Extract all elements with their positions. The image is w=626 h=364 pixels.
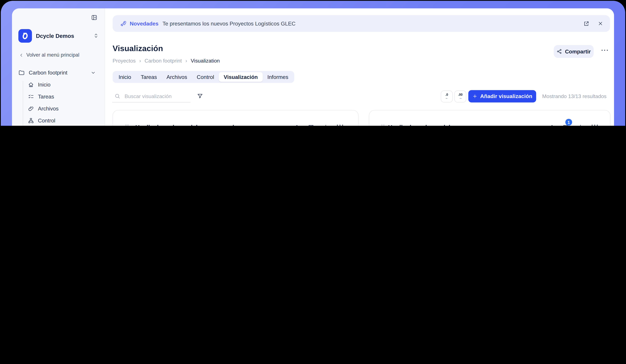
edit-icon[interactable]: [293, 124, 299, 126]
main-content: Novedades Te presentamos los nuevos Proy…: [105, 8, 614, 126]
external-link-icon[interactable]: [583, 21, 589, 27]
results-count: Mostrando 13/13 resultados: [542, 93, 607, 99]
checklist-icon: [28, 94, 34, 99]
sidebar-item-archivos[interactable]: Archivos: [28, 106, 59, 112]
page-more-button[interactable]: ···: [601, 47, 609, 53]
decimal-decrease-button[interactable]: .0←: [441, 91, 453, 102]
arrow-right-icon: →: [459, 97, 462, 100]
sidebar-item-label: Tareas: [38, 94, 54, 99]
card-title: Huella de carbono del grupo por alcances: [135, 124, 254, 126]
sidebar-item-label: Archivos: [38, 106, 59, 112]
filter-icon[interactable]: [197, 93, 203, 99]
add-visualization-button[interactable]: Añadir visualización: [468, 90, 536, 102]
tab-control[interactable]: Control: [192, 72, 219, 82]
drag-handle-icon[interactable]: [125, 124, 129, 126]
search-visualization: [112, 90, 190, 102]
card-title: Huella de carbono del grupo: [388, 124, 469, 126]
paperclip-icon: [28, 106, 34, 112]
workspace-updown-icon[interactable]: [93, 33, 99, 38]
workspace-name: Dcycle Demos: [36, 33, 74, 39]
plus-icon: [472, 94, 477, 99]
add-visualization-label: Añadir visualización: [480, 93, 532, 99]
project-label: Carbon footprint: [29, 69, 67, 75]
drag-handle-icon[interactable]: [381, 124, 385, 126]
news-banner: Novedades Te presentamos los nuevos Proy…: [113, 15, 610, 32]
arrow-left-icon: ←: [445, 97, 448, 100]
breadcrumb-proyectos[interactable]: Proyectos: [113, 58, 136, 64]
collapse-sidebar-icon[interactable]: [91, 14, 97, 21]
folder-icon: [18, 69, 25, 76]
tab-archivos[interactable]: Archivos: [162, 72, 192, 82]
workspace-switcher[interactable]: Dcycle Demos: [18, 29, 74, 43]
screen: Dcycle Demos Volver al menú principal Ca…: [0, 0, 626, 126]
breadcrumb-current: Visualization: [191, 58, 220, 64]
chevron-down-icon: [91, 70, 96, 75]
banner-message: Te presentamos los nuevos Proyectos Logí…: [162, 21, 295, 27]
chevron-right-icon: ›: [185, 58, 187, 64]
edit-icon[interactable]: [548, 124, 554, 126]
close-icon[interactable]: [598, 21, 603, 27]
sidebar-item-tareas[interactable]: Tareas: [28, 94, 54, 99]
chevron-left-icon: [19, 53, 24, 57]
share-icon: [557, 49, 562, 54]
download-icon[interactable]: [577, 124, 584, 126]
filter-icon[interactable]: [308, 124, 314, 126]
breadcrumb-carbon-footprint[interactable]: Carbon footprint: [145, 58, 182, 64]
share-button[interactable]: Compartir: [554, 45, 594, 58]
sidebar-item-inicio[interactable]: Inicio: [28, 82, 51, 88]
card-more-button[interactable]: ···: [337, 122, 344, 126]
filter-count-badge: 1: [565, 119, 572, 126]
chevron-right-icon: ›: [139, 58, 141, 64]
back-to-main-menu[interactable]: Volver al menú principal: [19, 52, 79, 58]
decimal-increase-button[interactable]: .00→: [454, 91, 466, 102]
sidebar-item-label: Inicio: [38, 82, 50, 88]
tab-informes[interactable]: Informes: [263, 72, 293, 82]
sidebar-project-carbon-footprint[interactable]: Carbon footprint: [18, 69, 98, 76]
tab-inicio[interactable]: Inicio: [114, 72, 136, 82]
sidebar-item-label: Control: [38, 118, 55, 124]
download-icon[interactable]: [323, 124, 329, 126]
search-input[interactable]: [124, 93, 185, 99]
tab-visualizacion[interactable]: Visualización: [219, 72, 263, 82]
breadcrumb: Proyectos › Carbon footprint › Visualiza…: [113, 58, 220, 64]
indent-line: [23, 81, 23, 126]
sidebar-item-control[interactable]: Control: [28, 118, 55, 124]
home-icon: [28, 82, 34, 88]
back-label: Volver al menú principal: [26, 52, 79, 58]
dcycle-logo: [18, 29, 32, 43]
sidebar: Dcycle Demos Volver al menú principal Ca…: [12, 8, 105, 126]
sitemap-icon: [28, 118, 34, 124]
tab-tareas[interactable]: Tareas: [136, 72, 162, 82]
card-more-button[interactable]: ···: [591, 122, 599, 126]
search-icon: [115, 93, 120, 99]
card-huella-alcances-1: Huella de carbono del grupo por alcances…: [113, 110, 358, 126]
banner-tag[interactable]: Novedades: [130, 21, 158, 27]
card-huella-grupo: Huella de carbono del grupo 1 ··· 1 ene.…: [369, 110, 610, 126]
page-title: Visualización: [113, 44, 163, 53]
share-label: Compartir: [565, 48, 591, 54]
app-window: Dcycle Demos Volver al menú principal Ca…: [12, 8, 614, 126]
rocket-icon: [120, 20, 126, 27]
tab-bar: Inicio Tareas Archivos Control Visualiza…: [113, 71, 294, 83]
